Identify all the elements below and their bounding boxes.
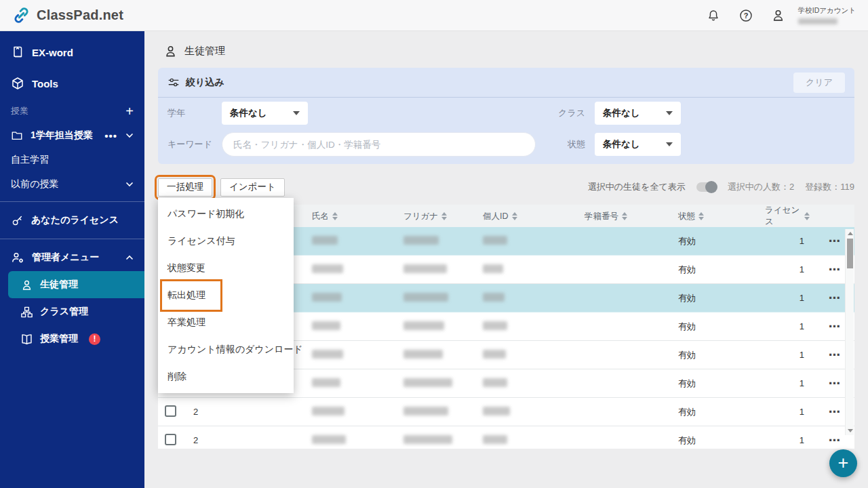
user-account-icon[interactable]: [771, 8, 786, 23]
account-info[interactable]: 学校IDアカウント: [798, 6, 856, 24]
logo-text: ClassPad.net: [37, 7, 123, 23]
filter-row-2: キーワード 状態 条件なし: [158, 129, 854, 160]
scroll-up-arrow-icon[interactable]: [848, 232, 853, 235]
sidebar-item-self-study[interactable]: 自主学習: [0, 148, 144, 172]
bulk-menu-item[interactable]: 状態変更: [158, 255, 294, 282]
alert-badge: !: [89, 333, 100, 345]
kana-cell-redacted: [398, 264, 477, 275]
bulk-menu-item[interactable]: ライセンス付与: [158, 228, 294, 255]
personal-id-cell-redacted: [477, 378, 579, 389]
chevron-down-icon[interactable]: [125, 133, 134, 138]
sidebar-item-ex-word[interactable]: EX-word: [0, 37, 144, 68]
license-cell: 1: [760, 264, 810, 274]
table-row[interactable]: 2 有効 1 ⋯: [158, 398, 854, 426]
license-cell: 1: [760, 435, 810, 445]
sidebar-label: Tools: [32, 78, 58, 89]
sidebar-label: 生徒管理: [40, 279, 78, 291]
notifications-bell-icon[interactable]: [706, 8, 721, 23]
add-student-fab[interactable]: +: [829, 449, 857, 477]
row-checkbox[interactable]: [165, 434, 176, 445]
screen: ClassPad.net ?: [0, 0, 868, 488]
sidebar-label: 授業管理: [40, 333, 78, 345]
bulk-menu-item[interactable]: アカウント情報のダウンロード: [158, 336, 294, 363]
sort-icon: [512, 212, 517, 220]
class-filter-value: 条件なし: [603, 107, 640, 119]
sidebar-item-admin-menu[interactable]: 管理者メニュー: [0, 244, 144, 271]
name-cell-redacted: [307, 293, 398, 304]
bulk-menu-item[interactable]: 削除: [158, 363, 294, 390]
sidebar-item-student-management[interactable]: 生徒管理: [8, 271, 144, 298]
license-cell: 1: [760, 236, 810, 246]
bulk-menu-item[interactable]: パスワード初期化: [158, 201, 294, 228]
sidebar-item-class-management[interactable]: クラス管理: [0, 298, 144, 325]
sidebar-label: あなたのライセンス: [31, 214, 119, 226]
table-toolbar: 一括処理 インポート 選択中の生徒を全て表示 選択中の人数：2 登録数：119: [158, 178, 854, 197]
personal-id-cell-redacted: [477, 321, 579, 332]
bulk-menu-item[interactable]: 転出処理: [158, 282, 294, 309]
clear-filter-button[interactable]: クリア: [793, 73, 845, 93]
kana-cell-redacted: [398, 378, 477, 389]
name-cell-redacted: [307, 264, 398, 275]
sidebar-item-tools[interactable]: Tools: [0, 68, 144, 99]
personal-id-cell-redacted: [477, 236, 579, 247]
personal-id-cell-redacted: [477, 293, 579, 304]
keyword-search-input[interactable]: [222, 132, 536, 157]
selection-summary: 選択中の生徒を全て表示 選択中の人数：2 登録数：119: [588, 181, 854, 193]
add-class-icon[interactable]: +: [125, 104, 134, 119]
grade-filter-select[interactable]: 条件なし: [222, 102, 308, 125]
kana-cell-redacted: [398, 407, 477, 418]
status-filter-value: 条件なし: [603, 138, 640, 150]
chevron-up-icon[interactable]: [125, 255, 134, 260]
sidebar-label: 1学年担当授業: [31, 129, 93, 142]
status-cell: 有効: [673, 264, 760, 276]
status-filter-select[interactable]: 条件なし: [595, 133, 681, 156]
page-title: 生徒管理: [163, 42, 854, 60]
column-header-name[interactable]: 氏名: [307, 211, 398, 222]
bulk-actions-button[interactable]: 一括処理: [158, 178, 212, 197]
sidebar-item-your-license[interactable]: あなたのライセンス: [0, 207, 144, 234]
column-header-kana[interactable]: フリガナ: [398, 211, 477, 222]
help-icon[interactable]: ?: [738, 8, 753, 23]
sort-icon: [332, 212, 338, 220]
sort-icon: [441, 212, 447, 220]
column-header-student-number[interactable]: 学籍番号: [579, 211, 673, 222]
svg-text:?: ?: [743, 12, 748, 20]
sidebar-item-previous-classes[interactable]: 以前の授業: [0, 172, 144, 197]
filter-title: 絞り込み: [186, 77, 224, 89]
bulk-actions-menu: パスワード初期化ライセンス付与状態変更転出処理卒業処理アカウント情報のダウンロー…: [158, 198, 294, 393]
import-button[interactable]: インポート: [220, 178, 285, 197]
person-icon: [20, 279, 33, 291]
app-logo[interactable]: ClassPad.net: [12, 6, 123, 24]
table-row[interactable]: 2 有効 1 ⋯: [158, 426, 854, 449]
scroll-down-arrow-icon[interactable]: [848, 429, 853, 432]
class-filter-select[interactable]: 条件なし: [595, 102, 681, 125]
bulk-menu-item[interactable]: 卒業処理: [158, 309, 294, 336]
name-cell-redacted: [307, 407, 398, 418]
chevron-down-icon: [293, 111, 300, 115]
chevron-down-icon[interactable]: [125, 182, 134, 187]
tools-box-icon: [11, 77, 24, 90]
folder-more-icon[interactable]: •••: [104, 131, 117, 141]
sort-icon: [698, 212, 704, 220]
chevron-down-icon: [666, 111, 673, 115]
name-cell-redacted: [307, 435, 398, 446]
row-actions-button[interactable]: ⋯: [810, 433, 854, 447]
admin-user-gear-icon: [11, 251, 24, 264]
row-checkbox[interactable]: [165, 405, 176, 417]
kana-cell-redacted: [398, 350, 477, 361]
license-cell: 1: [760, 407, 810, 417]
column-header-status[interactable]: 状態: [673, 211, 760, 222]
toggle-knob: [705, 181, 717, 193]
scrollbar-thumb[interactable]: [847, 239, 853, 268]
status-filter-label: 状態: [551, 138, 585, 150]
show-selected-toggle[interactable]: [696, 182, 717, 192]
table-scrollbar[interactable]: [845, 229, 854, 435]
kana-cell-redacted: [398, 236, 477, 247]
status-cell: 有効: [673, 321, 760, 333]
column-header-license[interactable]: ライセンス: [760, 205, 810, 228]
sidebar-label: EX-word: [32, 47, 73, 58]
sidebar-item-lesson-management[interactable]: 授業管理 !: [0, 325, 144, 352]
key-icon: [11, 214, 24, 227]
sidebar-item-class-folder[interactable]: 1学年担当授業 •••: [0, 123, 144, 148]
column-header-personal-id[interactable]: 個人ID: [477, 211, 579, 222]
